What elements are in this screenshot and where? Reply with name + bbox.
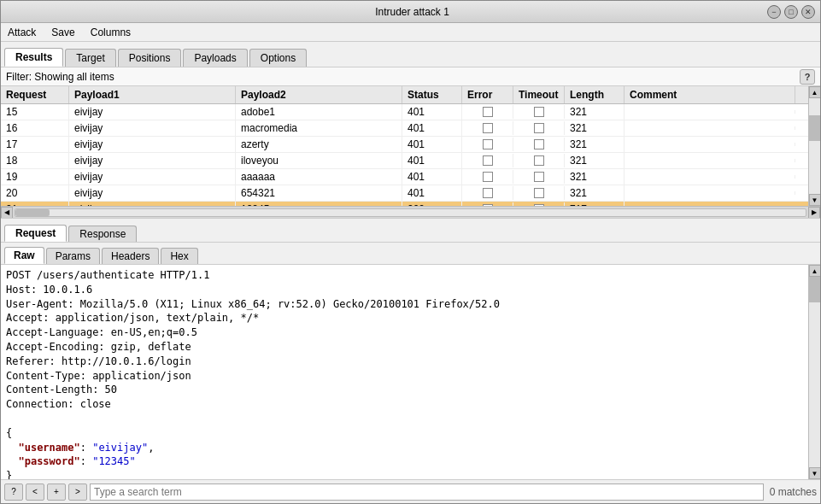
- scroll-thumb: [15, 209, 50, 216]
- tab-target[interactable]: Target: [65, 49, 115, 67]
- cell-payload2: 654321: [236, 185, 402, 201]
- close-button[interactable]: ✕: [801, 5, 815, 19]
- sub-tab-headers[interactable]: Headers: [102, 248, 159, 264]
- timeout-checkbox[interactable]: [534, 172, 544, 182]
- cell-comment: [625, 126, 795, 130]
- sub-tab-params[interactable]: Params: [46, 248, 100, 264]
- results-table-container: Request Payload1 Payload2 Status Error T…: [1, 86, 820, 219]
- http-content-area: POST /users/authenticate HTTP/1.1 Host: …: [1, 265, 820, 479]
- sub-tab-hex[interactable]: Hex: [161, 248, 197, 264]
- sub-tab-raw[interactable]: Raw: [4, 247, 44, 264]
- cell-status: 401: [402, 153, 462, 168]
- table-body: 15 eivijay adobe1 401 321 16 eivijay mac…: [1, 104, 820, 206]
- menu-columns[interactable]: Columns: [87, 26, 134, 39]
- menu-save[interactable]: Save: [48, 26, 78, 39]
- cell-comment: [625, 191, 795, 195]
- scroll-right-arrow[interactable]: ▶: [808, 207, 820, 219]
- content-scroll-up[interactable]: ▲: [809, 265, 821, 277]
- cell-error: [462, 105, 513, 119]
- cell-request: 16: [1, 120, 69, 136]
- table-row[interactable]: 15 eivijay adobe1 401 321: [1, 104, 820, 120]
- vscroll-thumb: [809, 115, 820, 141]
- table-row[interactable]: 16 eivijay macromedia 401 321: [1, 120, 820, 137]
- match-count: 0 matches: [770, 486, 817, 498]
- content-scroll-down[interactable]: ▼: [809, 467, 821, 479]
- menu-attack[interactable]: Attack: [4, 26, 39, 39]
- tab-options[interactable]: Options: [249, 49, 307, 67]
- table-row[interactable]: 19 eivijay aaaaaa 401 321: [1, 169, 820, 185]
- scroll-track[interactable]: [15, 208, 806, 217]
- cell-payload2: iloveyou: [236, 153, 402, 168]
- table-row[interactable]: 20 eivijay 654321 401 321: [1, 185, 820, 202]
- cell-error: [462, 154, 513, 167]
- menu-bar: Attack Save Columns: [1, 23, 820, 42]
- bottom-panel: Request Response Raw Params Headers Hex …: [1, 219, 820, 503]
- timeout-checkbox[interactable]: [534, 155, 544, 166]
- cell-length: 321: [565, 120, 625, 136]
- search-prev-button[interactable]: <: [26, 483, 44, 501]
- horizontal-scrollbar[interactable]: ◀ ▶: [1, 206, 820, 218]
- filter-bar: Filter: Showing all items ?: [1, 67, 820, 86]
- cell-length: 321: [565, 153, 625, 168]
- cell-payload1: eivijay: [69, 153, 236, 168]
- search-help-button[interactable]: ?: [4, 483, 23, 501]
- cell-comment: [625, 143, 795, 146]
- table-row[interactable]: 17 eivijay azerty 401 321: [1, 137, 820, 153]
- filter-text: Filter: Showing all items: [6, 71, 114, 83]
- minimize-button[interactable]: −: [767, 5, 781, 19]
- cell-timeout: [513, 138, 565, 151]
- cell-length: 321: [565, 104, 625, 120]
- cell-error: [462, 186, 513, 200]
- search-input[interactable]: [90, 483, 764, 501]
- error-checkbox[interactable]: [483, 139, 493, 149]
- cell-timeout: [513, 186, 565, 200]
- error-checkbox[interactable]: [483, 172, 493, 182]
- vertical-scrollbar[interactable]: ▲ ▼: [808, 86, 820, 206]
- cell-status: 401: [402, 169, 462, 185]
- search-bar: ? < + > 0 matches: [1, 479, 820, 503]
- cell-error: [462, 170, 513, 184]
- scroll-up-arrow[interactable]: ▲: [809, 86, 821, 98]
- timeout-checkbox[interactable]: [534, 139, 544, 149]
- cell-length: 321: [565, 169, 625, 185]
- error-checkbox[interactable]: [483, 123, 493, 133]
- cell-error: [462, 138, 513, 151]
- tab-results[interactable]: Results: [4, 48, 63, 67]
- cell-request: 15: [1, 104, 69, 120]
- col-header-timeout: Timeout: [513, 86, 565, 103]
- maximize-button[interactable]: □: [784, 5, 798, 19]
- cell-length: 321: [565, 137, 625, 152]
- cell-request: 18: [1, 153, 69, 168]
- timeout-checkbox[interactable]: [534, 123, 544, 133]
- filter-help-button[interactable]: ?: [800, 69, 815, 85]
- timeout-checkbox[interactable]: [534, 107, 544, 117]
- cell-comment: [625, 159, 795, 162]
- tab-payloads[interactable]: Payloads: [183, 49, 247, 67]
- bottom-tab-bar: Request Response: [1, 219, 820, 243]
- error-checkbox[interactable]: [483, 107, 493, 117]
- col-header-payload2: Payload2: [236, 86, 402, 103]
- cell-payload2: macromedia: [236, 120, 402, 136]
- tab-positions[interactable]: Positions: [118, 49, 182, 67]
- error-checkbox[interactable]: [483, 155, 493, 166]
- scroll-down-arrow[interactable]: ▼: [809, 194, 821, 206]
- sub-tab-bar: Raw Params Headers Hex: [1, 243, 820, 265]
- cell-request: 20: [1, 185, 69, 201]
- table-header: Request Payload1 Payload2 Status Error T…: [1, 86, 820, 104]
- scroll-thumb-area: [809, 98, 820, 194]
- table-row[interactable]: 18 eivijay iloveyou 401 321: [1, 153, 820, 169]
- search-next-button[interactable]: >: [68, 483, 87, 501]
- search-add-button[interactable]: +: [47, 483, 66, 501]
- content-vertical-scrollbar[interactable]: ▲ ▼: [808, 265, 820, 479]
- cell-timeout: [513, 154, 565, 167]
- cell-timeout: [513, 170, 565, 184]
- col-header-error: Error: [462, 86, 513, 103]
- timeout-checkbox[interactable]: [534, 188, 544, 198]
- error-checkbox[interactable]: [483, 188, 493, 198]
- cell-status: 401: [402, 104, 462, 120]
- tab-response[interactable]: Response: [68, 226, 137, 242]
- content-scroll-area: [809, 277, 820, 467]
- scroll-left-arrow[interactable]: ◀: [1, 207, 13, 219]
- tab-request[interactable]: Request: [4, 225, 67, 242]
- cell-payload2: aaaaaa: [236, 169, 402, 185]
